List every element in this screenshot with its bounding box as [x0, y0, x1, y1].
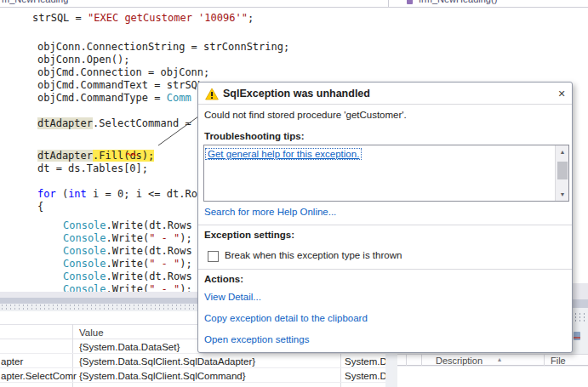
watch-row[interactable]: apter.SelectComr{System.Data.SqlClient.S… [0, 368, 385, 383]
code-segment: objConn.ConnectionString = strConnString… [37, 41, 289, 53]
code-segment: objConn.Open(); [37, 54, 129, 65]
watch-row[interactable]: apter{System.Data.SqlClient.SqlDataAdapt… [0, 354, 385, 368]
code-segment: .SelectCommand = [93, 117, 197, 129]
watch-cell: System.D [345, 371, 385, 381]
panel-gripper[interactable] [574, 312, 588, 322]
code-line[interactable]: objCmd.Connection = objConn; [37, 66, 209, 79]
nav-member-left[interactable]: m_NewHeading [2, 0, 68, 4]
troubleshooting-tips-list: Get general help for this exception. ▲ ▼ [203, 145, 569, 202]
code-segment: ); [180, 283, 191, 292]
code-segment: Console [63, 245, 106, 257]
dialog-title: SqlException was unhandled [223, 88, 370, 100]
code-segment: .Write( [106, 258, 150, 270]
toolbar-icon-fragment [574, 332, 580, 340]
code-segment: Console [63, 258, 106, 270]
code-segment: ; [248, 12, 254, 24]
code-line[interactable]: Console.Write(dt.Rows [63, 219, 192, 232]
listbox-scrollbar: ▲ ▼ [555, 145, 568, 201]
separator [198, 225, 572, 225]
description-column-header[interactable]: Description [436, 356, 482, 366]
code-line[interactable]: objCmd.CommandType = Comm [37, 92, 191, 105]
code-line[interactable]: strSQL = "EXEC getCustomer '10096'"; [32, 12, 254, 25]
code-line[interactable]: dt = ds.Tables[0]; [37, 162, 148, 175]
code-line[interactable]: for (int i = 0; i <= dt.Ro [37, 188, 197, 201]
code-segment: Console [63, 270, 106, 282]
column-divider[interactable] [421, 354, 422, 366]
watch-cell: {System.Data.SqlClient.SqlDataAdapter} [79, 356, 255, 367]
code-segment: Console [63, 232, 106, 244]
code-segment: i = 0; i <= dt.Ro [87, 188, 197, 200]
action-link[interactable]: Open exception settings [204, 334, 309, 344]
code-line[interactable]: dtAdapter.SelectCommand = [37, 117, 197, 130]
code-segment: Console [63, 283, 106, 292]
code-line[interactable]: Console.Write(" - "); [63, 258, 192, 270]
code-line[interactable]: objConn.Open(); [37, 54, 129, 66]
code-segment: Console [63, 219, 106, 231]
code-segment: int [68, 188, 87, 200]
exception-dialog: SqlException was unhandled ✕ Could not f… [197, 82, 573, 353]
code-segment: " - " [149, 258, 180, 270]
code-line[interactable]: Console.Write(" - "); [63, 283, 192, 292]
nav-separator [388, 0, 389, 8]
code-segment: objCmd.CommandText = strSQL; [37, 79, 209, 91]
code-segment: dtAdapter [37, 150, 93, 162]
code-segment: .Write( [106, 283, 150, 292]
tip-link[interactable]: Get general help for this exception. [206, 149, 361, 159]
action-link[interactable]: View Detail... [204, 292, 261, 302]
column-divider[interactable] [544, 354, 545, 366]
code-segment: .Fill(ds); [93, 150, 154, 162]
nav-member-dropdown[interactable]: frm_NewHeading() [419, 0, 497, 4]
code-segment: .Write( [106, 232, 150, 244]
code-line[interactable]: Console.Write(dt.Rows [63, 270, 192, 283]
watch-cell: apter [1, 356, 23, 367]
sort-arrow-icon: ▴ [498, 356, 501, 363]
code-segment: for [37, 188, 56, 200]
column-divider[interactable] [406, 354, 407, 366]
code-segment: ); [180, 258, 191, 270]
watch-cell: {System.Data.SqlClient.SqlCommand} [79, 371, 246, 381]
code-segment: " - " [149, 283, 180, 292]
scroll-up-icon[interactable]: ▲ [556, 145, 569, 158]
code-segment: Comm [167, 92, 191, 104]
close-icon[interactable]: ✕ [555, 87, 568, 100]
break-exception-label[interactable]: Break when this exception type is thrown [225, 250, 402, 260]
warning-icon [205, 88, 219, 100]
error-list-body [397, 367, 588, 387]
code-line[interactable]: objConn.ConnectionString = strConnString… [37, 41, 289, 54]
scrollbar-thumb[interactable] [557, 162, 568, 179]
code-line[interactable]: { [37, 201, 43, 213]
code-segment: ); [180, 232, 191, 244]
code-segment: objCmd.CommandType = [37, 92, 167, 104]
navigation-bar: m_NewHeading frm_NewHeading() [0, 0, 588, 8]
search-help-online-link[interactable]: Search for more Help Online... [204, 207, 336, 217]
code-segment: objCmd.Connection = objConn; [37, 66, 209, 78]
actions-label: Actions: [204, 274, 243, 284]
action-link[interactable]: Copy exception detail to the clipboard [204, 313, 368, 323]
code-segment: dt = ds.Tables[0]; [37, 162, 148, 174]
code-segment: { [37, 201, 43, 213]
dialog-titlebar: SqlException was unhandled ✕ [198, 83, 572, 105]
code-segment: "EXEC getCustomer '10096'" [88, 12, 248, 24]
code-segment: .Write(dt.Rows [106, 219, 192, 231]
code-line[interactable]: Console.Write(dt.Rows [63, 245, 192, 258]
watch-cell: apter.SelectComr [1, 371, 77, 381]
exception-settings-label: Exception settings: [204, 230, 294, 240]
code-segment: dtAdapter [37, 117, 93, 129]
separator [198, 269, 572, 270]
scroll-down-icon[interactable]: ▼ [556, 188, 569, 201]
method-icon [407, 0, 413, 4]
watch-cell: System.D [345, 356, 385, 367]
break-exception-checkbox[interactable] [208, 251, 219, 262]
code-line[interactable]: Console.Write(" - "); [63, 232, 192, 245]
tips-container: Get general help for this exception. [204, 145, 568, 161]
code-segment: .Write(dt.Rows [106, 245, 192, 257]
code-segment: " - " [149, 232, 180, 244]
code-segment: strSQL = [32, 12, 88, 24]
watch-cell: {System.Data.DataSet} [79, 342, 180, 352]
code-line[interactable]: objCmd.CommandText = strSQL; [37, 79, 209, 92]
file-column-header[interactable]: File [551, 356, 566, 366]
value-column-header[interactable]: Value [79, 327, 104, 338]
error-squiggle-icon [127, 152, 138, 156]
troubleshooting-label: Troubleshooting tips: [204, 131, 305, 141]
code-segment: .Write(dt.Rows [106, 270, 192, 282]
